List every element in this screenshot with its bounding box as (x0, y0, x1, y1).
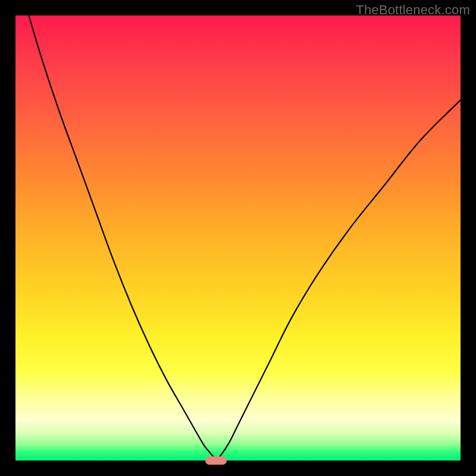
minimum-marker (205, 456, 227, 465)
curve-right-branch (216, 100, 461, 461)
chart-container: TheBottleneck.com (0, 0, 476, 476)
plot-area (15, 15, 461, 461)
curve-layer (15, 15, 461, 461)
curve-left-branch (29, 15, 215, 461)
